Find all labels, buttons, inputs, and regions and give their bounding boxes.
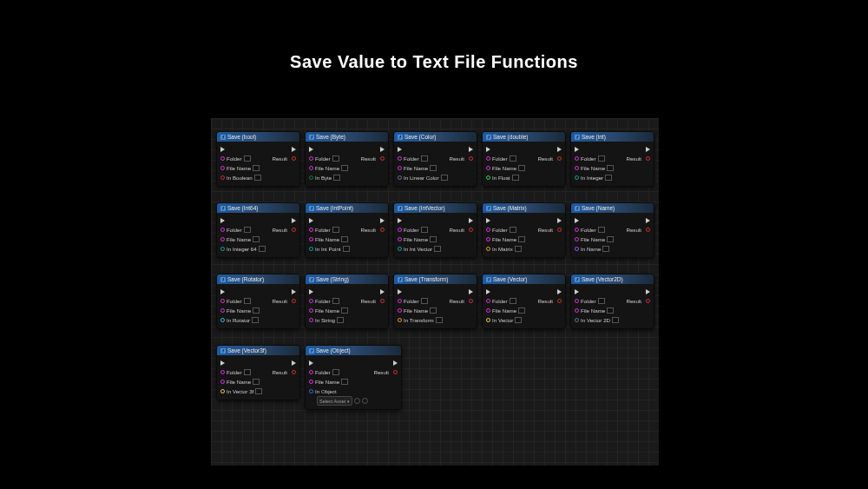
- asset-find-icon[interactable]: [362, 398, 368, 404]
- exec-in-pin[interactable]: [309, 215, 360, 225]
- exec-out-pin[interactable]: [555, 287, 562, 296]
- exec-in-icon[interactable]: [220, 218, 225, 223]
- data-pin-icon[interactable]: [575, 299, 579, 303]
- folder-input[interactable]: [510, 298, 516, 304]
- exec-in-icon[interactable]: [398, 147, 402, 152]
- exec-out-pin[interactable]: [289, 144, 296, 154]
- output-pin-result[interactable]: Result: [626, 225, 650, 235]
- exec-out-pin[interactable]: [391, 358, 398, 367]
- bp-node-n4[interactable]: fSave (int)FolderFile NameIn IntegerResu…: [570, 131, 654, 187]
- data-pin-icon[interactable]: [220, 299, 225, 303]
- input-pin-data[interactable]: In Object: [309, 387, 373, 396]
- input-pin-data[interactable]: In Integer 64: [220, 244, 272, 254]
- input-pin-folder[interactable]: Folder: [398, 225, 449, 235]
- exec-in-pin[interactable]: [398, 215, 449, 225]
- data-input[interactable]: [436, 317, 443, 323]
- exec-in-icon[interactable]: [575, 289, 579, 294]
- data-pin-icon[interactable]: [309, 389, 313, 393]
- filename-input[interactable]: [341, 307, 348, 314]
- bp-node-n6[interactable]: fSave (IntPoint)FolderFile NameIn Int Po…: [305, 202, 389, 258]
- blueprint-graph[interactable]: fSave (bool)FolderFile NameIn BooleanRes…: [210, 117, 660, 466]
- exec-in-pin[interactable]: [575, 144, 626, 154]
- exec-out-icon[interactable]: [380, 218, 385, 223]
- exec-out-pin[interactable]: [378, 215, 385, 225]
- data-pin-icon[interactable]: [486, 156, 490, 161]
- filename-input[interactable]: [518, 307, 525, 314]
- exec-out-icon[interactable]: [557, 218, 562, 223]
- node-header[interactable]: fSave (Name): [571, 203, 654, 213]
- exec-out-icon[interactable]: [469, 289, 473, 294]
- exec-in-pin[interactable]: [220, 215, 272, 225]
- folder-input[interactable]: [332, 369, 339, 375]
- folder-input[interactable]: [510, 155, 516, 162]
- node-header[interactable]: fSave (Int64): [217, 203, 299, 213]
- input-pin-data[interactable]: In Linear Color: [398, 173, 449, 182]
- data-pin-icon[interactable]: [557, 299, 562, 303]
- data-pin-icon[interactable]: [380, 228, 385, 232]
- data-pin-icon[interactable]: [309, 370, 313, 374]
- filename-input[interactable]: [607, 165, 614, 171]
- data-pin-icon[interactable]: [486, 308, 490, 313]
- folder-input[interactable]: [244, 369, 251, 375]
- input-pin-filename[interactable]: File Name: [309, 306, 360, 315]
- data-pin-icon[interactable]: [309, 237, 313, 241]
- filename-input[interactable]: [430, 236, 437, 242]
- exec-out-icon[interactable]: [292, 360, 296, 366]
- exec-in-pin[interactable]: [575, 215, 626, 225]
- data-pin-icon[interactable]: [486, 247, 490, 251]
- output-pin-result[interactable]: Result: [373, 367, 398, 377]
- data-pin-icon[interactable]: [309, 247, 313, 251]
- input-pin-filename[interactable]: File Name: [575, 306, 626, 315]
- data-input[interactable]: [252, 317, 259, 323]
- folder-input[interactable]: [332, 155, 339, 162]
- data-pin-icon[interactable]: [380, 156, 385, 161]
- input-pin-folder[interactable]: Folder: [575, 225, 626, 235]
- data-pin-icon[interactable]: [469, 156, 473, 161]
- folder-input[interactable]: [332, 298, 339, 304]
- data-pin-icon[interactable]: [309, 228, 313, 232]
- exec-in-pin[interactable]: [220, 287, 272, 296]
- node-header[interactable]: fSave (int): [571, 132, 654, 142]
- data-pin-icon[interactable]: [309, 175, 313, 180]
- bp-node-n12[interactable]: fSave (Transform)FolderFile NameIn Trans…: [393, 274, 477, 329]
- data-pin-icon[interactable]: [309, 380, 313, 384]
- data-pin-icon[interactable]: [575, 156, 579, 161]
- exec-out-pin[interactable]: [466, 144, 473, 154]
- asset-picker[interactable]: Select Asset▾: [317, 396, 352, 406]
- exec-out-pin[interactable]: [555, 144, 562, 154]
- input-pin-data[interactable]: In Rotator: [220, 315, 272, 325]
- folder-input[interactable]: [510, 227, 516, 233]
- asset-picker-row[interactable]: Select Asset▾: [309, 396, 373, 406]
- data-pin-icon[interactable]: [557, 156, 562, 161]
- bp-node-n13[interactable]: fSave (Vector)FolderFile NameIn VectorRe…: [482, 274, 566, 329]
- data-pin-icon[interactable]: [398, 237, 402, 241]
- input-pin-filename[interactable]: File Name: [575, 163, 626, 173]
- output-pin-result[interactable]: Result: [626, 296, 650, 306]
- input-pin-folder[interactable]: Folder: [309, 367, 373, 377]
- exec-out-icon[interactable]: [292, 289, 296, 294]
- output-pin-result[interactable]: Result: [537, 296, 562, 306]
- input-pin-folder[interactable]: Folder: [398, 154, 449, 163]
- node-header[interactable]: fSave (Rotator): [217, 274, 299, 284]
- input-pin-folder[interactable]: Folder: [309, 225, 360, 235]
- folder-input[interactable]: [598, 227, 605, 233]
- bp-node-n3[interactable]: fSave (double)FolderFile NameIn FloatRes…: [482, 131, 566, 187]
- bp-node-n0[interactable]: fSave (bool)FolderFile NameIn BooleanRes…: [216, 131, 300, 187]
- exec-out-pin[interactable]: [289, 287, 296, 296]
- filename-input[interactable]: [253, 307, 260, 314]
- output-pin-result[interactable]: Result: [360, 296, 385, 306]
- node-header[interactable]: fSave (Transform): [394, 274, 477, 284]
- input-pin-data[interactable]: In Transform: [398, 315, 449, 325]
- input-pin-data[interactable]: In Vector: [486, 315, 537, 325]
- data-input[interactable]: [337, 317, 344, 323]
- exec-in-icon[interactable]: [575, 147, 579, 152]
- data-pin-icon[interactable]: [393, 370, 398, 374]
- exec-out-icon[interactable]: [469, 147, 473, 152]
- bp-node-n11[interactable]: fSave (String)FolderFile NameIn StringRe…: [305, 274, 389, 329]
- data-pin-icon[interactable]: [398, 318, 402, 322]
- data-pin-icon[interactable]: [398, 175, 402, 180]
- data-pin-icon[interactable]: [220, 175, 225, 180]
- input-pin-folder[interactable]: Folder: [398, 296, 449, 306]
- exec-in-icon[interactable]: [220, 360, 225, 366]
- bp-node-n5[interactable]: fSave (Int64)FolderFile NameIn Integer 6…: [216, 202, 300, 258]
